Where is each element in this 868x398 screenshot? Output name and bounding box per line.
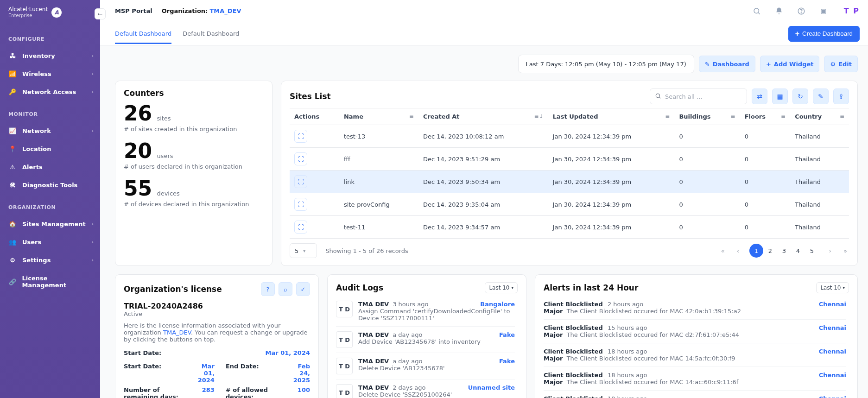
expand-row-button[interactable]: ⛶ [294, 221, 307, 234]
search-icon[interactable] [750, 5, 763, 18]
tab-default-dashboard-1[interactable]: Default Dashboard [115, 24, 171, 44]
audit-range-dropdown[interactable]: Last 10▾ [485, 282, 518, 293]
table-row[interactable]: ⛶ site-provConfig Dec 14, 2023 9:35:04 a… [290, 193, 849, 216]
user-avatar[interactable]: T P [844, 6, 860, 15]
log-location-link[interactable]: Fake [499, 358, 515, 365]
col-floors[interactable]: Floors≡ [740, 108, 790, 125]
dashboard-mode-button[interactable]: ✎ Dashboard [699, 56, 755, 72]
alert-time: 18 hours ago [608, 348, 647, 355]
alert-item[interactable]: Client Blocklisted 2 hours ago Chennai M… [544, 296, 846, 320]
sidebar-collapse-button[interactable]: ← [95, 8, 106, 19]
col-name[interactable]: Name≡ [339, 108, 418, 125]
log-location-link[interactable]: Fake [499, 331, 515, 338]
log-location-link[interactable]: Unnamed site [468, 384, 515, 391]
col-actions[interactable]: Actions [290, 108, 339, 125]
nav-item-wireless[interactable]: 📶 Wireless › [0, 65, 100, 83]
chevron-right-icon: › [91, 257, 94, 263]
column-menu-icon[interactable]: ≡ [840, 113, 844, 120]
alert-item[interactable]: Client Blocklisted 18 hours ago Chennai … [544, 367, 846, 391]
audit-log-item[interactable]: T D TMA DEV a day ago Fake Add Device 'A… [336, 327, 515, 353]
table-row[interactable]: ⛶ link Dec 14, 2023 9:50:34 am Jan 30, 2… [290, 171, 849, 193]
alert-location-link[interactable]: Chennai [819, 348, 846, 355]
table-row[interactable]: ⛶ fff Dec 14, 2023 9:51:29 am Jan 30, 20… [290, 148, 849, 171]
tab-default-dashboard-2[interactable]: Default Dashboard [183, 24, 239, 44]
alert-location-link[interactable]: Chennai [819, 301, 846, 308]
column-menu-icon[interactable]: ≡ [731, 113, 735, 120]
layout-button[interactable]: ▦ [772, 88, 788, 104]
edit-button[interactable]: ⚙ Edit [824, 56, 858, 72]
alerts-range-dropdown[interactable]: Last 10▾ [816, 282, 849, 293]
log-location-link[interactable]: Bangalore [480, 301, 515, 308]
page-first-button[interactable]: « [719, 247, 727, 254]
time-range-selector[interactable]: Last 7 Days: 12:05 pm (May 10) - 12:05 p… [518, 55, 694, 73]
expand-row-button[interactable]: ⛶ [294, 175, 307, 188]
toolbar: MSP Portal Organization: TMA_DEV ▣ T P [100, 0, 868, 22]
page-5[interactable]: 5 [805, 244, 819, 258]
add-widget-button[interactable]: + Add Widget [760, 56, 820, 72]
page-size-select[interactable]: 5 ▾ [290, 243, 317, 258]
refresh-button[interactable]: ↻ [792, 88, 808, 104]
create-dashboard-button[interactable]: + Create Dashboard [788, 26, 860, 42]
nav-icon: 🔗 [8, 278, 16, 285]
audit-log-item[interactable]: T D TMA DEV 2 days ago Unnamed site Dele… [336, 379, 515, 398]
alert-type: Client Blocklisted [544, 348, 603, 355]
nav-item-network-access[interactable]: 🔑 Network Access › [0, 83, 100, 101]
export-button[interactable]: ⇪ [833, 88, 849, 104]
col-country[interactable]: Country≡ [790, 108, 849, 125]
cell-name: site-provConfig [339, 193, 418, 216]
column-menu-icon[interactable]: ≡ [534, 113, 539, 120]
org-value[interactable]: TMA_DEV [209, 7, 241, 14]
page-2[interactable]: 2 [763, 244, 777, 258]
nav-item-diagnostic-tools[interactable]: 🛠 Diagnostic Tools [0, 176, 100, 194]
columns-toggle-button[interactable]: ⇄ [752, 88, 767, 104]
license-confirm-button[interactable]: ✓ [296, 282, 310, 296]
edit-table-button[interactable]: ✎ [813, 88, 829, 104]
nav-item-users[interactable]: 👥 Users › [0, 233, 100, 251]
column-menu-icon[interactable]: ≡ [665, 113, 670, 120]
col-created-at[interactable]: Created At↓≡ [418, 108, 548, 125]
page-last-button[interactable]: » [842, 247, 849, 254]
expand-row-button[interactable]: ⛶ [294, 130, 307, 143]
alert-location-link[interactable]: Chennai [819, 324, 846, 331]
help-icon[interactable] [795, 5, 808, 18]
nav-item-inventory[interactable]: 🖧 Inventory › [0, 47, 100, 65]
expand-row-button[interactable]: ⛶ [294, 152, 307, 165]
license-title: Organization's license [124, 284, 257, 294]
page-3[interactable]: 3 [777, 244, 791, 258]
alert-location-link[interactable]: Chennai [819, 372, 846, 379]
audit-log-item[interactable]: T D TMA DEV 3 hours ago Bangalore Assign… [336, 296, 515, 327]
col-last-updated[interactable]: Last Updated≡ [548, 108, 675, 125]
page-prev-button[interactable]: ‹ [735, 247, 741, 254]
nav-item-license-management[interactable]: 🔗 License Management [0, 269, 100, 294]
license-help-button[interactable]: ? [261, 282, 275, 296]
audit-log-item[interactable]: T D TMA DEV a day ago Fake Delete Device… [336, 353, 515, 379]
col-buildings[interactable]: Buildings≡ [674, 108, 740, 125]
alert-type: Client Blocklisted [544, 324, 603, 331]
nav-item-location[interactable]: 📍 Location [0, 140, 100, 158]
nav-item-sites-management[interactable]: 🏠 Sites Management › [0, 215, 100, 233]
nav-item-alerts[interactable]: ⚠ Alerts [0, 158, 100, 176]
alert-location-link[interactable]: Chennai [819, 395, 846, 398]
sort-desc-icon[interactable]: ↓ [539, 113, 544, 120]
license-org-link[interactable]: TMA_DEV [163, 329, 191, 336]
alert-item[interactable]: Client Blocklisted 15 hours ago Chennai … [544, 320, 846, 343]
license-view-button[interactable]: ⌕ [279, 282, 292, 296]
column-menu-icon[interactable]: ≡ [781, 113, 786, 120]
nav-item-label: Network Access [22, 88, 76, 95]
chevron-down-icon: ▾ [303, 248, 305, 253]
alert-item[interactable]: Client Blocklisted 18 hours ago Chennai … [544, 343, 846, 367]
counter-value: 55 [124, 177, 152, 200]
nav-item-settings[interactable]: ⚙ Settings › [0, 251, 100, 269]
nav-item-network[interactable]: 📈 Network › [0, 122, 100, 140]
page-4[interactable]: 4 [791, 244, 805, 258]
page-next-button[interactable]: › [827, 247, 833, 254]
table-row[interactable]: ⛶ test-13 Dec 14, 2023 10:08:12 am Jan 3… [290, 125, 849, 148]
bell-icon[interactable] [773, 5, 786, 18]
expand-row-button[interactable]: ⛶ [294, 198, 307, 211]
table-row[interactable]: ⛶ test-11 Dec 14, 2023 9:34:57 am Jan 30… [290, 216, 849, 239]
sites-search-input[interactable]: Search all ... [650, 88, 747, 104]
apps-icon[interactable]: ▣ [817, 5, 830, 18]
alert-item[interactable]: Client Blocklisted 18 hours ago Chennai … [544, 391, 846, 398]
page-1[interactable]: 1 [749, 244, 763, 258]
column-menu-icon[interactable]: ≡ [409, 113, 414, 120]
